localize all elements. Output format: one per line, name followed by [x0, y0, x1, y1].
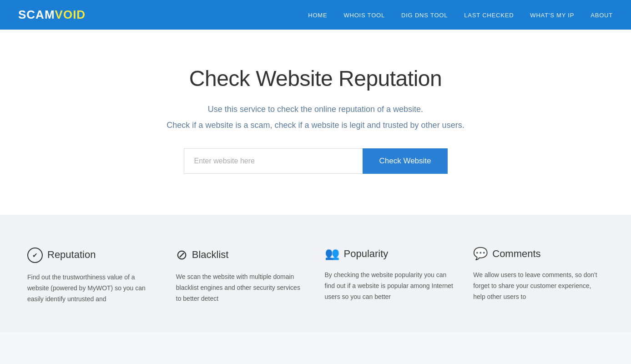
- feature-popularity: Popularity By checking the website popul…: [325, 247, 455, 304]
- popularity-label: Popularity: [344, 248, 389, 260]
- feature-blacklist: Blacklist We scan the website with multi…: [176, 247, 307, 304]
- nav-item-whois[interactable]: WHOIS TOOL: [343, 11, 385, 19]
- comments-label: Comments: [492, 248, 540, 260]
- popularity-title: Popularity: [325, 247, 455, 261]
- popularity-text: By checking the website popularity you c…: [325, 270, 455, 302]
- hero-section: Check Website Reputation Use this servic…: [0, 30, 631, 215]
- reputation-text: Find out the trustworthiness value of a …: [27, 272, 158, 304]
- nav-item-dig[interactable]: DIG DNS TOOL: [401, 11, 448, 19]
- logo: SCAM VOID: [18, 8, 86, 22]
- blacklist-text: We scan the website with multiple domain…: [176, 272, 307, 304]
- nav-links: HOME WHOIS TOOL DIG DNS TOOL LAST CHECKE…: [308, 11, 613, 19]
- blacklist-label: Blacklist: [192, 249, 229, 261]
- nav-link-about[interactable]: ABOUT: [591, 12, 613, 19]
- website-input[interactable]: [184, 148, 363, 174]
- hero-title: Check Website Reputation: [18, 66, 613, 91]
- nav-item-myip[interactable]: WHAT'S MY IP: [530, 11, 574, 19]
- popularity-icon: [325, 247, 339, 261]
- comments-title: Comments: [473, 247, 604, 261]
- navbar: SCAM VOID HOME WHOIS TOOL DIG DNS TOOL L…: [0, 0, 631, 30]
- nav-link-myip[interactable]: WHAT'S MY IP: [530, 12, 574, 19]
- reputation-label: Reputation: [47, 249, 96, 261]
- reputation-icon: [27, 247, 43, 263]
- nav-link-lastchecked[interactable]: LAST CHECKED: [464, 12, 514, 19]
- features-section: Reputation Find out the trustworthiness …: [0, 215, 631, 332]
- comments-text: We allow users to leave comments, so don…: [473, 270, 604, 302]
- feature-comments: Comments We allow users to leave comment…: [473, 247, 604, 304]
- nav-item-home[interactable]: HOME: [308, 11, 327, 19]
- nav-link-home[interactable]: HOME: [308, 12, 327, 19]
- nav-item-lastchecked[interactable]: LAST CHECKED: [464, 11, 514, 19]
- blacklist-title: Blacklist: [176, 247, 307, 263]
- reputation-title: Reputation: [27, 247, 158, 263]
- blacklist-icon: [176, 247, 187, 263]
- nav-link-dig[interactable]: DIG DNS TOOL: [401, 12, 448, 19]
- check-website-button[interactable]: Check Website: [363, 148, 447, 174]
- logo-void: VOID: [55, 8, 86, 22]
- nav-item-about[interactable]: ABOUT: [591, 11, 613, 19]
- comments-icon: [473, 247, 488, 261]
- hero-desc1: Use this service to check the online rep…: [18, 105, 613, 114]
- hero-desc2: Check if a website is a scam, check if a…: [18, 121, 613, 130]
- logo-scam: SCAM: [18, 8, 55, 22]
- nav-link-whois[interactable]: WHOIS TOOL: [343, 12, 385, 19]
- feature-reputation: Reputation Find out the trustworthiness …: [27, 247, 158, 304]
- search-bar: Check Website: [184, 148, 448, 174]
